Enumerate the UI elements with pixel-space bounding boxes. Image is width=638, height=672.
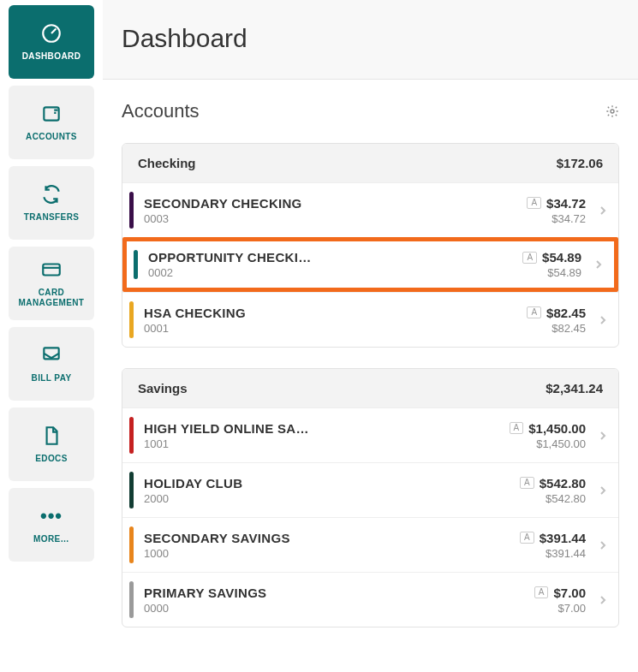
color-bar xyxy=(129,192,134,229)
account-right: A $7.00 $7.00 xyxy=(534,578,613,621)
account-number: 0000 xyxy=(144,602,534,615)
account-number: 2000 xyxy=(144,492,520,505)
account-right: A $542.80 $542.80 xyxy=(520,468,613,512)
chevron-right-icon xyxy=(593,204,613,217)
sidebar-item-transfers[interactable]: TRANSFERS xyxy=(9,166,94,240)
sidebar: DASHBOARD ACCOUNTS TRANSFERS CARD MANAGE… xyxy=(0,0,103,672)
balance-primary: $391.44 xyxy=(540,531,586,545)
balance-primary: $34.72 xyxy=(546,196,586,211)
balance-primary: $54.89 xyxy=(542,250,581,265)
account-number: 0001 xyxy=(144,322,527,335)
balances: A $34.72 $34.72 xyxy=(527,196,586,225)
account-info: HOLIDAY CLUB2000 xyxy=(144,468,520,512)
gear-icon[interactable] xyxy=(605,104,619,118)
available-badge: A xyxy=(520,532,534,544)
chevron-right-icon xyxy=(593,593,613,607)
balances: A $7.00 $7.00 xyxy=(534,586,586,615)
group-header: Checking$172.06 xyxy=(122,144,618,182)
account-right: A $391.44 $391.44 xyxy=(520,523,613,567)
group-name: Savings xyxy=(138,381,188,395)
account-row[interactable]: PRIMARY SAVINGS0000 A $7.00 $7.00 xyxy=(122,572,618,627)
account-right: A $82.45 $82.45 xyxy=(527,298,613,342)
account-name: OPPORTUNITY CHECKI… xyxy=(148,250,522,265)
balance-secondary: $34.72 xyxy=(552,212,586,225)
account-row[interactable]: HIGH YIELD ONLINE SA…1001 A $1,450.00 $1… xyxy=(122,407,618,462)
account-name: SECONDARY SAVINGS xyxy=(144,531,520,545)
available-badge: A xyxy=(510,422,524,434)
more-icon: ••• xyxy=(40,505,63,527)
svg-point-4 xyxy=(611,110,614,113)
account-number: 0002 xyxy=(148,266,522,279)
account-row[interactable]: SECONDARY SAVINGS1000 A $391.44 $391.44 xyxy=(122,517,618,572)
document-icon xyxy=(40,425,63,447)
chevron-right-icon xyxy=(588,258,609,271)
balance-secondary: $54.89 xyxy=(547,266,581,279)
account-row[interactable]: HOLIDAY CLUB2000 A $542.80 $542.80 xyxy=(122,462,618,517)
account-group: Savings$2,341.24HIGH YIELD ONLINE SA…100… xyxy=(122,368,619,627)
sidebar-item-label: DASHBOARD xyxy=(19,51,85,62)
balance-secondary: $1,450.00 xyxy=(536,437,586,450)
account-row[interactable]: OPPORTUNITY CHECKI…0002 A $54.89 $54.89 xyxy=(122,237,618,292)
account-right: A $54.89 $54.89 xyxy=(522,247,609,282)
balance-primary: $7.00 xyxy=(553,586,586,600)
account-info: HSA CHECKING0001 xyxy=(144,298,527,342)
available-badge: A xyxy=(534,586,549,598)
sidebar-item-label: ACCOUNTS xyxy=(22,132,80,142)
sidebar-item-label: BILL PAY xyxy=(28,373,75,384)
account-row[interactable]: HSA CHECKING0001 A $82.45 $82.45 xyxy=(122,292,618,347)
dashboard-icon xyxy=(40,22,63,45)
balances: A $391.44 $391.44 xyxy=(520,531,586,560)
header: Dashboard xyxy=(103,0,638,80)
color-bar xyxy=(129,526,134,563)
chevron-right-icon xyxy=(593,429,613,443)
accounts-icon xyxy=(40,103,63,125)
main: Dashboard Accounts Checking$172.06SECOND… xyxy=(103,0,638,672)
sidebar-item-label: CARD MANAGEMENT xyxy=(9,288,94,308)
available-badge: A xyxy=(527,306,541,318)
group-header: Savings$2,341.24 xyxy=(122,369,618,407)
group-name: Checking xyxy=(138,156,196,170)
available-badge: A xyxy=(522,252,537,264)
transfers-icon xyxy=(40,183,63,205)
account-info: PRIMARY SAVINGS0000 xyxy=(144,578,534,621)
group-total: $172.06 xyxy=(557,156,603,170)
sidebar-item-edocs[interactable]: EDOCS xyxy=(9,407,94,481)
balance-secondary: $82.45 xyxy=(552,322,586,335)
color-bar xyxy=(134,250,138,279)
chevron-right-icon xyxy=(593,313,613,327)
balance-secondary: $391.44 xyxy=(546,547,586,560)
balances: A $1,450.00 $1,450.00 xyxy=(510,421,586,450)
account-right: A $1,450.00 $1,450.00 xyxy=(510,413,613,457)
account-info: SECONDARY SAVINGS1000 xyxy=(144,523,520,567)
account-row[interactable]: SECONDARY CHECKING0003 A $34.72 $34.72 xyxy=(122,182,618,237)
account-number: 1001 xyxy=(144,437,510,450)
sidebar-item-dashboard[interactable]: DASHBOARD xyxy=(9,5,94,79)
account-number: 1000 xyxy=(144,547,520,560)
balance-secondary: $542.80 xyxy=(546,492,586,505)
chevron-right-icon xyxy=(593,484,613,497)
balances: A $542.80 $542.80 xyxy=(520,476,586,505)
color-bar xyxy=(129,581,134,618)
accounts-title: Accounts xyxy=(122,100,200,122)
balances: A $82.45 $82.45 xyxy=(527,306,586,335)
account-info: OPPORTUNITY CHECKI…0002 xyxy=(148,247,522,282)
available-badge: A xyxy=(520,477,534,489)
sidebar-item-label: MORE… xyxy=(30,534,73,544)
account-name: HIGH YIELD ONLINE SA… xyxy=(144,421,510,436)
content: Accounts Checking$172.06SECONDARY CHECKI… xyxy=(103,80,638,648)
sidebar-item-card-management[interactable]: CARD MANAGEMENT xyxy=(9,247,94,320)
account-group: Checking$172.06SECONDARY CHECKING0003 A … xyxy=(122,143,619,348)
sidebar-item-bill-pay[interactable]: BILL PAY xyxy=(9,327,94,401)
balances: A $54.89 $54.89 xyxy=(522,250,581,279)
accounts-header: Accounts xyxy=(122,100,619,122)
group-total: $2,341.24 xyxy=(546,381,603,395)
account-info: HIGH YIELD ONLINE SA…1001 xyxy=(144,413,510,457)
balance-secondary: $7.00 xyxy=(558,602,586,615)
page-title: Dashboard xyxy=(122,24,619,53)
sidebar-item-accounts[interactable]: ACCOUNTS xyxy=(9,86,94,159)
balance-primary: $542.80 xyxy=(540,476,586,491)
sidebar-item-more[interactable]: ••• MORE… xyxy=(9,488,94,562)
account-right: A $34.72 $34.72 xyxy=(527,188,613,232)
balance-primary: $1,450.00 xyxy=(528,421,586,436)
color-bar xyxy=(129,301,134,338)
